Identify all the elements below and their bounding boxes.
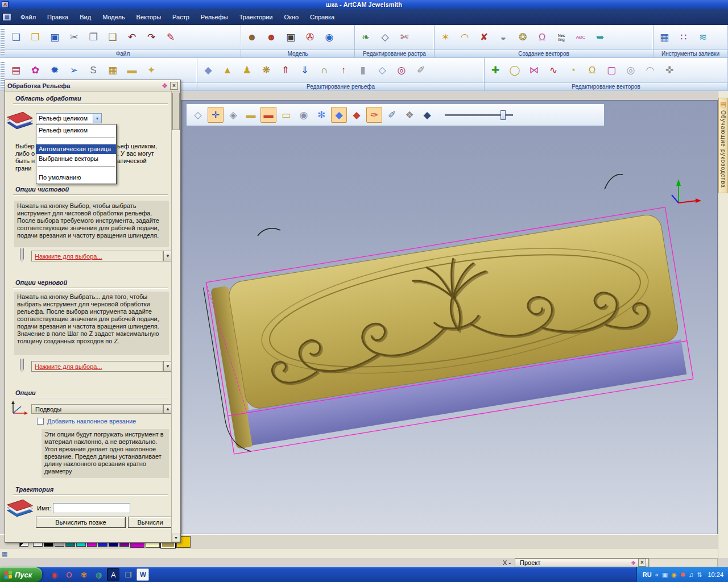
dropdown-item[interactable]: По умолчанию [36,173,116,182]
select-relief-icon[interactable]: ◆ [200,62,217,79]
dropdown-item[interactable] [38,138,115,144]
menu-item[interactable]: Окно [279,11,305,23]
toolbar-grip[interactable] [1,61,5,88]
redo-icon[interactable]: ↷ [143,29,160,46]
menu-item[interactable]: Файл [15,11,42,23]
copy-icon[interactable]: ❐ [85,29,102,46]
spin-tool-icon[interactable]: ♟ [238,62,255,79]
circle-plane-icon[interactable]: ◉ [296,107,312,123]
agent-icon[interactable]: ✱ [680,571,685,579]
arc-tool-icon[interactable]: ◠ [456,29,473,46]
relief-layer-icon[interactable]: ▤ [7,62,24,79]
offset-up-icon[interactable]: ↑ [335,62,352,79]
plane-relief-icon[interactable]: ◇ [374,62,391,79]
carve-icon[interactable]: ✐ [412,62,429,79]
menu-item[interactable]: Векторы [131,11,167,23]
lock-relief-icon[interactable]: ∩ [316,62,333,79]
vector-curve[interactable] [258,228,280,236]
flower-icon[interactable]: ✾ [77,568,90,581]
bag-icon[interactable]: Ω [533,29,551,46]
scribble-icon[interactable]: ∿ [545,62,562,79]
dropdown-item[interactable] [38,166,115,173]
undo-icon[interactable]: ↶ [123,29,140,46]
slider-thumb[interactable] [500,110,506,120]
carousel-icon[interactable]: ❋ [258,62,275,79]
leads-group-header[interactable]: Подводы [31,404,163,414]
gears-icon[interactable]: ❂ [514,29,531,46]
trim-bitmap-icon[interactable]: ✄ [396,29,413,46]
draw-plane-icon[interactable]: ◇ [190,107,206,123]
arc-vector-icon[interactable]: ◠ [642,62,659,79]
text-tool-icon[interactable]: ABC [572,29,589,46]
raise-relief-icon[interactable]: ⇑ [277,62,294,79]
smooth-relief-icon[interactable]: S [85,62,102,79]
language-indicator[interactable]: RU [643,571,652,578]
menu-item[interactable]: Растр [167,11,195,23]
save-icon[interactable]: ▣ [46,29,63,46]
finish-tool-select[interactable]: Нажмите для выбора... [31,251,163,261]
weave-texture-icon[interactable]: ▦ [104,62,121,79]
new-document-icon[interactable]: ❏ [7,29,24,46]
block-material-icon[interactable]: ▬ [260,107,276,123]
ring-icon[interactable]: ◯ [506,62,523,79]
node-edit-icon[interactable]: ✜ [661,62,678,79]
scrollbar-down-button[interactable]: ▼ [172,534,180,542]
antivirus-icon[interactable]: ◉ [671,571,677,579]
star-relief-icon[interactable]: ✦ [143,62,160,79]
open-folder-icon[interactable]: ❒ [27,29,44,46]
flood-fill-icon[interactable]: ▦ [656,29,673,46]
snowflake-icon[interactable]: ✻ [313,107,329,123]
rough-tool-select[interactable]: Нажмите для выбора... [31,361,163,372]
nesting-icon[interactable]: Nes ting [553,29,570,46]
tray-chevron-icon[interactable]: « [655,571,659,578]
pin-icon[interactable]: ❖ [162,82,168,90]
lower-relief-icon[interactable]: ⇓ [296,62,313,79]
wave-fill-icon[interactable]: ≋ [694,29,712,46]
menu-item[interactable]: Справка [304,11,340,23]
shade-view-icon[interactable]: ◈ [225,107,241,123]
bell-icon[interactable]: Ω [584,62,601,79]
draw-axes-icon[interactable]: ✛ [208,107,224,123]
dome-tool-icon[interactable]: ▲ [219,62,236,79]
panel-close-button[interactable]: × [170,82,178,90]
palette-handle-icon[interactable]: ▦ [2,550,7,558]
teddy-bear-color-icon[interactable]: ☻ [263,29,280,46]
vector-curve[interactable] [605,174,623,189]
signature-icon[interactable]: ✎ [162,29,179,46]
bitmap-leaf-icon[interactable]: ❧ [357,29,374,46]
marquee-icon[interactable]: ▢ [603,62,620,79]
greyscale-view-icon[interactable]: ▣ [282,29,299,46]
network-icon[interactable]: ⇅ [697,571,702,579]
target-icon[interactable]: ◎ [393,62,410,79]
ramp-checkbox[interactable] [37,418,44,425]
texture-relief-icon[interactable]: ✹ [46,62,63,79]
star-tool-icon[interactable]: ✶ [437,29,454,46]
flat-plane-icon[interactable]: ▬ [123,62,140,79]
area-combo[interactable]: Рельеф целиком ▼ [36,113,102,123]
pin-icon[interactable]: ❖ [631,560,636,566]
relief-model-3d[interactable] [181,101,718,535]
add-vector-icon[interactable]: ✚ [487,62,504,79]
circles-icon[interactable]: ◎ [622,62,639,79]
brush-icon[interactable]: ✐ [384,107,400,123]
artcam-task-icon[interactable]: A [107,568,119,581]
toolbar-grip[interactable] [1,28,5,55]
display-icon[interactable]: ▣ [662,571,668,579]
dot-fill-icon[interactable]: ∷ [675,29,692,46]
shape-editor-icon[interactable]: ✿ [27,62,44,79]
word-icon[interactable]: W [136,568,149,581]
red-plane-icon[interactable]: ◆ [349,107,365,123]
opera-icon[interactable]: O [63,568,75,581]
hourglass-icon[interactable]: ⋈ [526,62,543,79]
diamond-view-icon[interactable]: ◆ [419,107,435,123]
menu-item[interactable]: Траектории [234,11,279,23]
browser-icon[interactable]: ◉ [48,568,60,581]
media-icon[interactable]: ◍ [92,568,105,581]
toolpath-name-input[interactable] [53,503,130,513]
project-panel-bar[interactable]: Проект ❖ × [515,558,649,567]
menu-item[interactable]: Правка [42,11,74,23]
child-window-icon[interactable]: ▦ [2,13,11,21]
volume-icon[interactable]: ♫ [689,571,693,578]
combo-arrow-icon[interactable]: ▼ [93,114,101,123]
calculate-later-button[interactable]: Вычислить позже [36,517,126,528]
